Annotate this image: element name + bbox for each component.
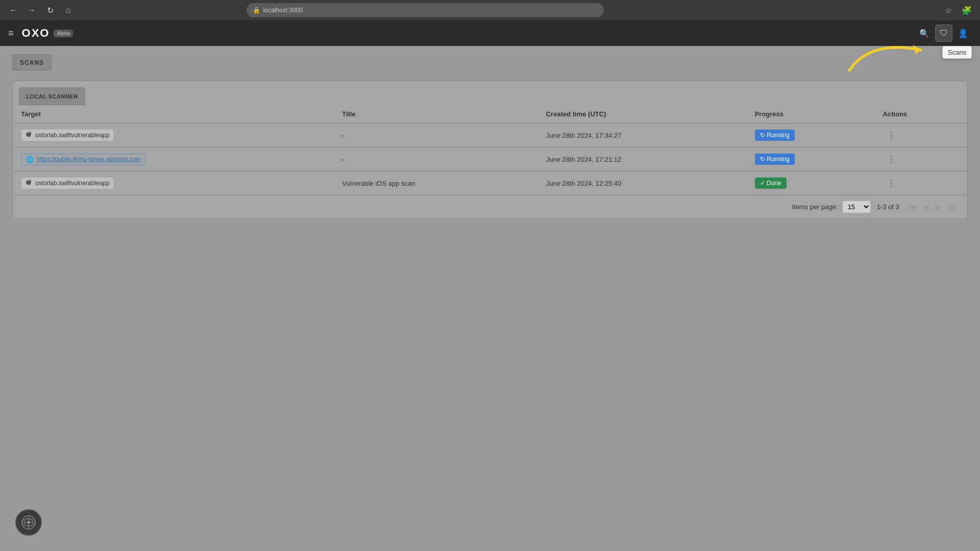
browser-chrome: ← → ↻ ⌂ 🔒 localhost:3000 ☆ 🧩 bbox=[0, 0, 980, 20]
back-button[interactable]: ← bbox=[6, 3, 20, 17]
status-button-0[interactable]: ↻ Running bbox=[755, 130, 795, 141]
url-text: localhost:3000 bbox=[263, 7, 303, 14]
target-cell-0: ostorlab.swiftvulnerableapp bbox=[13, 123, 334, 147]
items-per-page-label: Items per page: bbox=[792, 203, 838, 211]
actions-cell-0: ⋮ bbox=[874, 123, 967, 147]
items-per-page-select[interactable]: 152550100 bbox=[842, 201, 871, 213]
top-nav: ≡ OXO Alpha 🔍 🛡 👤 Scans bbox=[0, 20, 980, 46]
bottom-logo-circle bbox=[15, 509, 42, 536]
col-created-time: Created time (UTC) bbox=[538, 105, 747, 123]
col-actions: Actions bbox=[874, 105, 967, 123]
shield-nav-button[interactable]: 🛡 bbox=[935, 24, 952, 42]
page-header-label: SCANS bbox=[20, 59, 44, 66]
target-badge-2: ostorlab.swiftvulnerableapp bbox=[21, 177, 114, 189]
actions-button-2[interactable]: ⋮ bbox=[883, 177, 900, 190]
page-nav-buttons: |◀ ◀ ▶ ▶| bbox=[905, 202, 959, 213]
scanner-header-label: LOCAL SCANNER bbox=[26, 93, 78, 99]
forward-button[interactable]: → bbox=[24, 3, 39, 17]
status-cell-0: ↻ Running bbox=[747, 123, 875, 147]
search-nav-button[interactable]: 🔍 bbox=[916, 24, 933, 42]
app-container: SCANS LOCAL SCANNER Target Title Created… bbox=[0, 46, 980, 551]
actions-cell-2: ⋮ bbox=[874, 171, 967, 195]
table-header-row: Target Title Created time (UTC) Progress… bbox=[13, 105, 967, 123]
reload-button[interactable]: ↻ bbox=[43, 3, 57, 17]
scans-tooltip: Scans bbox=[942, 46, 972, 59]
title-cell-1: - bbox=[334, 147, 538, 171]
col-title: Title bbox=[334, 105, 538, 123]
prev-page-button[interactable]: ◀ bbox=[920, 202, 932, 213]
pagination-row: Items per page: 152550100 1-3 of 3 |◀ ◀ … bbox=[13, 195, 967, 218]
actions-button-1[interactable]: ⋮ bbox=[883, 153, 900, 166]
created-time-cell-2: June 28th 2024, 12:25:40 bbox=[538, 171, 747, 195]
target-cell-2: ostorlab.swiftvulnerableapp bbox=[13, 171, 334, 195]
alpha-badge: Alpha bbox=[54, 30, 73, 37]
target-badge-1[interactable]: 🌐https://public-firing-range.appspot.com bbox=[21, 154, 145, 165]
status-button-2[interactable]: ✓ Done bbox=[755, 178, 787, 189]
items-per-page: Items per page: 152550100 bbox=[792, 201, 870, 213]
target-text-1[interactable]: https://public-firing-range.appspot.com bbox=[37, 156, 141, 163]
page-header: SCANS bbox=[12, 54, 52, 70]
status-cell-2: ✓ Done bbox=[747, 171, 875, 195]
lock-icon: 🔒 bbox=[253, 7, 260, 14]
title-cell-0: - bbox=[334, 123, 538, 147]
scan-table: Target Title Created time (UTC) Progress… bbox=[13, 105, 967, 195]
col-progress: Progress bbox=[747, 105, 875, 123]
scanner-section: LOCAL SCANNER Target Title Created time … bbox=[12, 81, 968, 219]
created-time-cell-1: June 28th 2024, 17:21:12 bbox=[538, 147, 747, 171]
table-row: ostorlab.swiftvulnerableappVulnerable iO… bbox=[13, 171, 967, 195]
bottom-logo bbox=[15, 509, 42, 536]
scanner-header: LOCAL SCANNER bbox=[19, 87, 85, 105]
home-button[interactable]: ⌂ bbox=[61, 3, 76, 17]
next-page-button[interactable]: ▶ bbox=[933, 202, 944, 213]
first-page-button[interactable]: |◀ bbox=[905, 202, 919, 213]
app-logo: OXO Alpha bbox=[22, 27, 73, 40]
page-info: 1-3 of 3 bbox=[877, 203, 899, 211]
main-content: SCANS LOCAL SCANNER Target Title Created… bbox=[0, 46, 980, 551]
star-button[interactable]: ☆ bbox=[941, 3, 955, 17]
top-nav-right: 🔍 🛡 👤 Scans bbox=[916, 24, 972, 42]
target-icon-1: 🌐 bbox=[26, 156, 34, 163]
target-icon-2 bbox=[26, 179, 32, 187]
browser-right-icons: ☆ 🧩 bbox=[941, 3, 974, 17]
address-bar[interactable]: 🔒 localhost:3000 bbox=[247, 3, 604, 17]
search-icon: 🔍 bbox=[919, 29, 929, 38]
profile-icon: 👤 bbox=[958, 29, 968, 38]
table-row: 🌐https://public-firing-range.appspot.com… bbox=[13, 147, 967, 171]
target-cell-1: 🌐https://public-firing-range.appspot.com bbox=[13, 147, 334, 171]
logo-text: OXO bbox=[22, 27, 50, 40]
target-icon-0 bbox=[26, 131, 32, 139]
target-text-0: ostorlab.swiftvulnerableapp bbox=[35, 132, 109, 139]
status-button-1[interactable]: ↻ Running bbox=[755, 154, 795, 165]
actions-cell-1: ⋮ bbox=[874, 147, 967, 171]
last-page-button[interactable]: ▶| bbox=[945, 202, 959, 213]
created-time-cell-0: June 28th 2024, 17:34:27 bbox=[538, 123, 747, 147]
title-cell-2: Vulnerable iOS app scan bbox=[334, 171, 538, 195]
hamburger-button[interactable]: ≡ bbox=[8, 28, 14, 39]
extensions-button[interactable]: 🧩 bbox=[960, 3, 974, 17]
target-text-2: ostorlab.swiftvulnerableapp bbox=[35, 180, 109, 187]
actions-button-0[interactable]: ⋮ bbox=[883, 129, 900, 142]
table-row: ostorlab.swiftvulnerableapp-June 28th 20… bbox=[13, 123, 967, 147]
status-cell-1: ↻ Running bbox=[747, 147, 875, 171]
shield-icon: 🛡 bbox=[940, 29, 948, 38]
profile-nav-button[interactable]: 👤 bbox=[954, 24, 972, 42]
col-target: Target bbox=[13, 105, 334, 123]
target-badge-0: ostorlab.swiftvulnerableapp bbox=[21, 129, 114, 141]
